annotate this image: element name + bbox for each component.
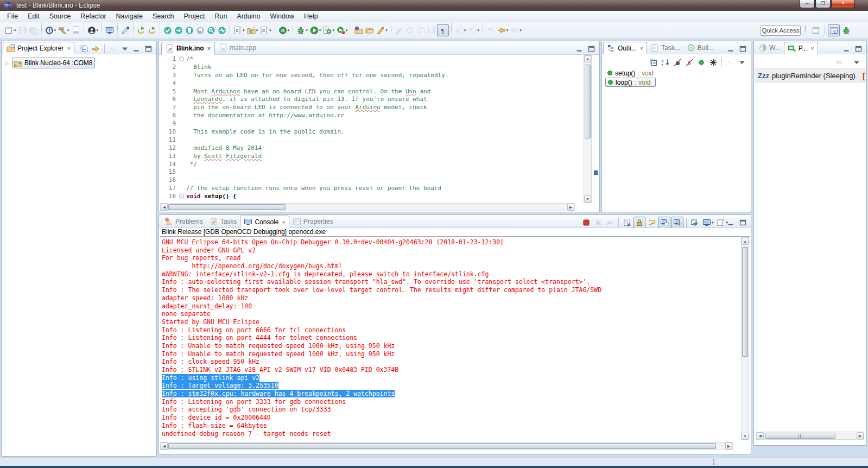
next-annotation-icon[interactable]: ▾: [454, 24, 467, 36]
expander-icon[interactable]: ▷: [5, 60, 10, 66]
probe-icon[interactable]: [120, 24, 131, 36]
plugin-hscroll-thumb[interactable]: [765, 433, 835, 439]
viewmenu-icon[interactable]: [119, 43, 130, 55]
prev-annotation-icon[interactable]: ▾: [467, 24, 480, 36]
menu-item-arduino[interactable]: Arduino: [232, 11, 265, 22]
console-line[interactable]: Info : Unable to match requested speed 1…: [162, 350, 742, 358]
terminal-icon[interactable]: [104, 24, 115, 36]
console-line[interactable]: http://openocd.org/doc/doxygen/bugs.html: [162, 262, 742, 270]
code-line[interactable]: 13 by Scott Fitzgerald: [160, 152, 584, 160]
console-line[interactable]: Started by GNU MCU Eclipse: [162, 318, 742, 326]
console-line[interactable]: Licensed under GNU GPL v2: [162, 246, 742, 255]
close-icon[interactable]: ×: [207, 45, 211, 52]
console-line[interactable]: GNU MCU Eclipse 64-bits Open On-Chip Deb…: [162, 238, 742, 246]
code-line[interactable]: 6 Leonardo, it is attached to digital pi…: [160, 95, 584, 103]
teal-save-icon[interactable]: [195, 24, 206, 36]
gprof-icon[interactable]: G▾: [277, 24, 291, 36]
code-line[interactable]: 15: [160, 168, 584, 176]
scroll-down-arrow[interactable]: ▼: [584, 195, 591, 203]
sort-az-icon[interactable]: az: [660, 56, 671, 68]
menu-item-edit[interactable]: Edit: [23, 11, 45, 22]
code-line[interactable]: 12 modified 8 May 2014: [160, 144, 584, 152]
persp-new-icon[interactable]: [811, 24, 822, 36]
vmin-icon[interactable]: [726, 43, 737, 55]
vmax-icon[interactable]: [586, 43, 597, 55]
close-icon[interactable]: ×: [810, 45, 814, 52]
scroll-left-arrow[interactable]: ◀: [757, 432, 764, 439]
code-line[interactable]: 4: [160, 79, 584, 87]
last-edit-icon[interactable]: [485, 24, 496, 36]
pin-console-icon[interactable]: [689, 217, 700, 229]
fold-column[interactable]: -: [178, 194, 185, 199]
menu-item-source[interactable]: Source: [45, 11, 76, 22]
new-wizard-icon[interactable]: ▾: [4, 24, 17, 36]
fold-collapse-icon[interactable]: -: [179, 56, 184, 61]
tab-tasks-view[interactable]: Task...: [647, 41, 683, 54]
console-hscrollbar[interactable]: ◀ ▶: [160, 442, 733, 450]
vmin-icon[interactable]: [131, 43, 142, 55]
console-line[interactable]: adapter speed: 1000 kHz: [162, 294, 742, 302]
close-icon[interactable]: ×: [640, 45, 643, 52]
console-vscrollbar[interactable]: ▲ ▼: [741, 237, 749, 440]
vmax-icon[interactable]: [738, 43, 749, 55]
console-output[interactable]: GNU MCU Eclipse 64-bits Open On-Chip Deb…: [160, 237, 742, 440]
highlighter-icon[interactable]: ▾: [375, 24, 389, 36]
console-line[interactable]: undefined debug reason 7 - target needs …: [162, 430, 742, 438]
tree-item-project[interactable]: ▷ C Blink Nucleo-64 :COM8: [5, 58, 95, 68]
menu-item-window[interactable]: Window: [265, 11, 299, 22]
code-line[interactable]: 11: [160, 136, 584, 144]
tab-outline[interactable]: Outli... ×: [603, 42, 647, 54]
doc-sync-icon[interactable]: [415, 24, 426, 36]
clear-console-icon[interactable]: [622, 217, 632, 229]
stdout-icon[interactable]: [658, 217, 670, 229]
plugin-hscrollbar[interactable]: ◀ ▶: [756, 432, 864, 440]
console-line[interactable]: Info : STLINK v2 JTAG v28 API v2 SWIM v1…: [162, 366, 742, 374]
dots-icon[interactable]: [107, 43, 118, 55]
console-line[interactable]: Info : Target voltage: 3.253510: [162, 382, 742, 390]
viewmenu-icon[interactable]: [851, 56, 862, 68]
refresh-icon[interactable]: [404, 24, 415, 36]
code-line[interactable]: 18-void setup() {: [160, 192, 584, 200]
binary-file-icon[interactable]: 010: [71, 24, 81, 36]
new-c-folder-icon[interactable]: C▾: [246, 24, 259, 36]
stop-icon[interactable]: [581, 217, 592, 229]
code-line[interactable]: 17// the setup function runs once when y…: [160, 184, 584, 192]
editor-hscrollbar[interactable]: ◀ ▶: [160, 203, 575, 211]
teal-check-icon[interactable]: [162, 24, 173, 36]
console-line[interactable]: Info : device id = 0x20006440: [162, 414, 742, 422]
menu-item-file[interactable]: File: [2, 11, 23, 22]
collapse-all-icon[interactable]: [79, 43, 90, 55]
word-wrap-icon[interactable]: [647, 217, 657, 229]
hammer-icon[interactable]: ▾: [57, 24, 71, 36]
teal-search-icon[interactable]: [206, 24, 217, 36]
console-line[interactable]: Info : auto-selecting first available se…: [162, 278, 742, 286]
editor-tab-main-cpp[interactable]: .c main.cpp: [215, 41, 260, 54]
overview-ruler[interactable]: [592, 55, 599, 203]
console-vscroll-thumb[interactable]: [742, 247, 748, 357]
save-icon[interactable]: [17, 24, 28, 36]
teal-pulse-icon[interactable]: [217, 24, 227, 36]
stderr-icon[interactable]: [671, 217, 683, 229]
hide-fields-icon[interactable]: [672, 56, 683, 68]
tab-properties[interactable]: Properties: [289, 215, 337, 227]
folder-open-icon[interactable]: [364, 24, 375, 36]
hash-icon[interactable]: [708, 56, 719, 68]
scroll-right-arrow[interactable]: ▶: [567, 204, 574, 211]
remall-icon[interactable]: [834, 56, 845, 68]
console-line[interactable]: none separate: [162, 310, 742, 318]
code-line[interactable]: 9: [160, 119, 584, 128]
code-line[interactable]: 2 Blink: [160, 63, 584, 71]
back-icon[interactable]: ▾: [496, 24, 510, 36]
dots-icon[interactable]: [725, 56, 736, 68]
code-line[interactable]: 14 */: [160, 160, 584, 168]
new-c-file2-icon[interactable]: C▾: [259, 24, 273, 36]
window-close-button[interactable]: ×: [831, 0, 855, 8]
console-line[interactable]: Info : Listening on port 6666 for tcl co…: [162, 326, 742, 334]
editor-vscrollbar[interactable]: ▲ ▼: [584, 55, 592, 203]
restart-1-icon[interactable]: [136, 24, 147, 36]
vmax-icon[interactable]: [853, 43, 864, 55]
vmax-icon[interactable]: [143, 43, 154, 55]
scroll-up-arrow[interactable]: ▲: [742, 238, 749, 245]
scroll-right-arrow[interactable]: ▶: [857, 432, 864, 439]
editor-hscroll-thumb[interactable]: [168, 204, 286, 210]
